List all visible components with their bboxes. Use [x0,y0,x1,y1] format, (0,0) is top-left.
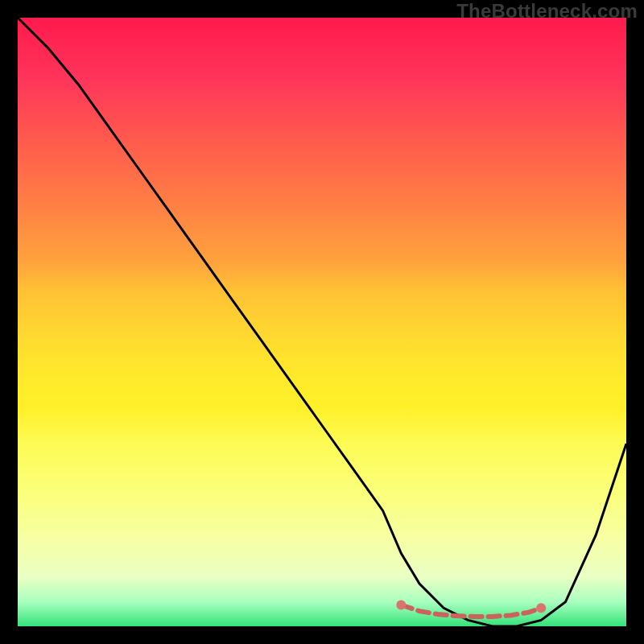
watermark-text: TheBottleneck.com [456,0,638,23]
plot-frame [18,18,626,626]
svg-point-1 [536,603,546,613]
svg-point-0 [396,601,406,610]
bottleneck-curve [18,18,626,626]
bottleneck-curve-svg [18,18,626,626]
optimal-zone-markers [396,601,546,617]
